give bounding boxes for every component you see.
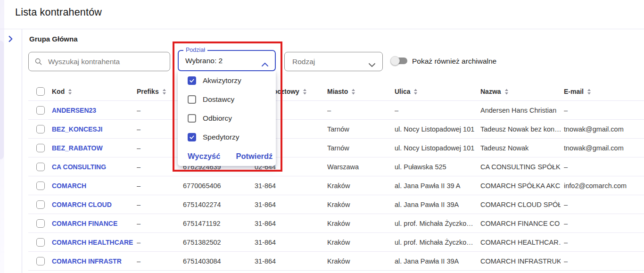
cell-kod[interactable]: COMARCH FINANCE [52,214,133,233]
cell-kod[interactable]: COMARCH HEALTHCARE [52,233,133,252]
row-checkbox[interactable] [36,144,45,152]
cell-kp: 31-864 [255,195,324,214]
table-row: BEZ_KONCESJI–Tarnówul. Nocy Listopadowej… [0,120,644,139]
cell-miasto: Kraków [327,195,391,214]
cell-email: – [564,252,642,271]
table-header: KodPrefiksNIPKod pocztowyMiastoUlicaNazw… [0,82,644,101]
cell-miasto: Kraków [327,233,391,252]
group-breadcrumb: Grupa Główna [29,35,78,43]
check-icon [189,134,195,140]
cell-kod[interactable]: ANDERSEN23 [52,101,133,120]
cell-email: – [564,195,642,214]
cell-nazwa: COMARCH SPÓŁKA AKC… [480,176,561,195]
podzial-dropdown-panel: AkwizytorzyDostawcyOdbiorcySpedytorzy Wy… [178,71,276,166]
column-header-label: Nazwa [480,88,501,95]
dropdown-option-dostawcy[interactable]: Dostawcy [178,90,276,109]
checkbox-icon[interactable] [188,95,196,104]
row-checkbox[interactable] [36,182,45,190]
cell-kod[interactable]: BEZ_RABATOW [52,139,133,157]
column-header-miasto[interactable]: Miasto [327,82,391,101]
row-checkbox[interactable] [36,106,45,115]
cell-kod[interactable]: CA CONSULTING [52,157,133,176]
column-header-kod[interactable]: Kod [52,82,133,101]
cell-prefiks: – [137,195,179,214]
cell-prefiks: – [137,233,179,252]
cell-kod[interactable]: COMARCH [52,176,133,195]
cell-miasto: Kraków [327,252,391,271]
cell-prefiks: – [137,157,179,176]
row-checkbox[interactable] [36,219,45,228]
search-input[interactable] [47,57,164,66]
podzial-select[interactable]: Podział Wybrano: 2 [178,50,276,71]
column-header-label: Prefiks [137,88,159,95]
toggle-knob[interactable] [390,56,400,66]
select-all-checkbox[interactable] [36,87,45,96]
checkbox-icon[interactable] [188,76,196,85]
cell-prefiks: – [137,139,179,157]
dropdown-option-spedytorzy[interactable]: Spedytorzy [178,128,276,147]
column-header-email[interactable]: E-mail [564,82,642,101]
row-checkbox[interactable] [36,163,45,171]
cell-miasto: Kraków [327,176,391,195]
search-box[interactable] [28,52,170,71]
cell-miasto: – [327,101,391,120]
sort-icon [68,88,72,95]
cell-ulica: ul. Nocy Listopadowej 101 [395,139,477,157]
archive-toggle[interactable] [390,56,408,66]
column-header-label: Miasto [327,88,348,95]
cell-ulica: ul. prof. Michała Życzko… [395,233,477,252]
sort-icon [303,88,307,95]
rodzaj-select[interactable]: Rodzaj [284,52,383,71]
cell-ulica: al. Jana Pawła II 39A [395,252,477,271]
table-row: CA CONSULTING–676292463902-644Warszawaul… [0,157,644,176]
dropdown-option-akwizytorzy[interactable]: Akwizytorzy [178,71,276,90]
cell-nip: 6751471192 [183,214,251,233]
cell-email: – [564,233,642,252]
checkbox-icon[interactable] [188,133,196,141]
cell-miasto: Tarnów [327,120,391,139]
sort-icon [504,88,509,95]
table-row: COMARCH HEALTHCARE–675138250231-864Krakó… [0,233,644,252]
confirm-button[interactable]: Potwierdź [236,152,272,161]
table-row: COMARCH FINANCE–675147119231-864Krakówul… [0,214,644,233]
cell-ulica: – [395,101,477,120]
cell-kp: 31-864 [255,233,324,252]
cell-nazwa: COMARCH FINANCE CO… [480,214,561,233]
cell-kod[interactable]: COMARCH CLOUD [52,195,133,214]
cell-nip: 6770065406 [183,176,251,195]
cell-email: info2@comarch.com [564,176,642,195]
cell-miasto: Warszawa [327,157,391,176]
column-header-nazwa[interactable]: Nazwa [480,82,561,101]
sort-icon [587,88,591,95]
cell-kod[interactable]: COMARCH INFRASTR [52,252,133,271]
column-header-ulica[interactable]: Ulica [395,82,477,101]
cell-nip: 6751382502 [183,233,251,252]
search-icon [34,57,42,66]
table-row: COMARCH–677006540631-864Krakówal. Jana P… [0,176,644,195]
dropdown-actions: Wyczyść Potwierdź [178,147,276,166]
row-checkbox[interactable] [36,257,45,265]
dropdown-option-odbiorcy[interactable]: Odbiorcy [178,109,276,128]
clear-button[interactable]: Wyczyść [188,152,220,161]
archive-toggle-label: Pokaż również archiwalne [412,57,496,66]
cell-prefiks: – [137,214,179,233]
cell-kp: 31-864 [255,252,324,271]
sort-icon [351,88,355,95]
table-row: ANDERSEN23–––Andersen Hans Christian– [0,101,644,120]
row-checkbox[interactable] [36,238,45,247]
cell-prefiks: – [137,252,179,271]
row-checkbox[interactable] [36,125,45,133]
cell-prefiks: – [137,101,179,120]
chevron-up-icon [262,60,268,68]
column-header-prefiks[interactable]: Prefiks [137,82,179,101]
cell-kod[interactable]: BEZ_KONCESJI [52,120,133,139]
cell-email: – [564,101,642,120]
checkbox-icon[interactable] [188,114,196,123]
cell-miasto: Tarnów [327,139,391,157]
cell-kp: 31-864 [255,214,324,233]
sort-icon [413,88,418,95]
cell-nazwa: CA CONSULTING SPÓŁK… [480,157,561,176]
expand-panel-button[interactable] [8,35,14,42]
row-checkbox[interactable] [36,200,45,209]
cell-prefiks: – [137,176,179,195]
